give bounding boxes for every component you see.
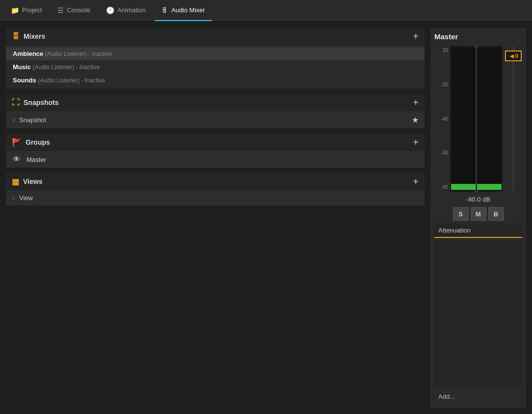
tab-animation[interactable]: 🕐 Animation bbox=[99, 0, 153, 21]
drag-icon: ≡ bbox=[12, 117, 15, 124]
groups-add-button[interactable]: + bbox=[413, 137, 419, 147]
attenuation-label: Attenuation bbox=[438, 227, 471, 234]
fader-arrow-icon: ◄ bbox=[508, 52, 515, 60]
fader-knob[interactable]: ◄ 0 bbox=[505, 51, 522, 61]
snapshots-title-row: ⛶ Snapshots bbox=[12, 98, 59, 107]
mixer-item-ambience-detail: (Audio Listener) - Inactive bbox=[45, 51, 112, 57]
mixer-item-sounds-name: Sounds bbox=[13, 77, 36, 84]
tab-audio-mixer-label: Audio Mixer bbox=[171, 6, 205, 14]
audio-mixer-icon: 🎚 bbox=[161, 6, 168, 14]
groups-title-row: 🚩 Groups bbox=[12, 138, 50, 147]
snapshot-left: ≡ Snapshot bbox=[12, 116, 46, 124]
groups-header: 🚩 Groups + bbox=[6, 133, 425, 151]
group-item-master[interactable]: 👁 Master bbox=[6, 151, 425, 168]
mixer-item-sounds-detail: (Audio Listener) - Inactive bbox=[38, 77, 105, 84]
groups-section: 🚩 Groups + 👁 Master bbox=[6, 133, 425, 168]
scale-label-minus60: -60 bbox=[434, 150, 448, 155]
views-add-button[interactable]: + bbox=[413, 177, 419, 186]
tab-bar: 📁 Project ☰ Console 🕐 Animation 🎚 Audio … bbox=[0, 0, 532, 22]
scale-label-20: 20 bbox=[434, 48, 448, 53]
mixer-item-ambience-name: Ambience bbox=[13, 50, 43, 57]
snapshots-icon: ⛶ bbox=[12, 98, 20, 107]
view-label: View bbox=[19, 194, 33, 202]
tab-project-label: Project bbox=[22, 6, 42, 14]
views-title-row: ▦ Views bbox=[12, 177, 42, 186]
vu-fill-right bbox=[477, 184, 502, 190]
mixers-title: Mixers bbox=[24, 32, 45, 40]
eye-icon[interactable]: 👁 bbox=[13, 155, 21, 164]
snapshots-header: ⛶ Snapshots + bbox=[6, 94, 425, 111]
groups-icon: 🚩 bbox=[12, 138, 22, 147]
mixer-items-list: Ambience (Audio Listener) - Inactive Mus… bbox=[6, 45, 425, 89]
mixers-add-button[interactable]: + bbox=[413, 31, 419, 41]
view-drag-icon: ≡ bbox=[12, 195, 15, 202]
tab-audio-mixer[interactable]: 🎚 Audio Mixer bbox=[155, 0, 212, 21]
project-icon: 📁 bbox=[11, 6, 19, 14]
solo-button[interactable]: S bbox=[453, 207, 469, 221]
mixer-item-music[interactable]: Music (Audio Listener) - Inactive bbox=[6, 60, 425, 74]
add-effect-button[interactable]: Add... bbox=[434, 390, 522, 403]
scale-labels: 20 -20 -40 -60 -80 bbox=[434, 46, 448, 192]
vu-bar-right bbox=[477, 48, 502, 190]
fader-slider-track bbox=[512, 46, 514, 192]
vu-meter bbox=[450, 46, 503, 192]
views-title: Views bbox=[23, 178, 42, 185]
views-header: ▦ Views + bbox=[6, 173, 425, 190]
mixer-item-sounds[interactable]: Sounds (Audio Listener) - Inactive bbox=[6, 74, 425, 87]
snapshots-section: ⛶ Snapshots + ≡ Snapshot ★ bbox=[6, 94, 425, 129]
attenuation-row[interactable]: Attenuation bbox=[434, 224, 522, 238]
view-row[interactable]: ≡ View bbox=[6, 190, 425, 206]
vu-bar-left bbox=[451, 48, 476, 190]
views-icon: ▦ bbox=[12, 177, 19, 186]
scale-label-minus40: -40 bbox=[434, 116, 448, 122]
star-icon[interactable]: ★ bbox=[412, 115, 419, 125]
effects-area bbox=[434, 241, 522, 387]
mute-button[interactable]: M bbox=[471, 207, 486, 221]
mixer-item-music-name: Music bbox=[13, 63, 31, 71]
groups-title: Groups bbox=[26, 138, 50, 146]
master-channel-strip: Master 20 -20 -40 -60 -80 bbox=[430, 27, 526, 408]
scale-label-minus20: -20 bbox=[434, 82, 448, 87]
snapshots-add-button[interactable]: + bbox=[413, 98, 419, 107]
animation-icon: 🕐 bbox=[106, 6, 114, 14]
tab-project[interactable]: 📁 Project bbox=[4, 0, 49, 21]
views-section: ▦ Views + ≡ View bbox=[6, 173, 425, 206]
left-panel: 🎛 Mixers + Ambience (Audio Listener) - I… bbox=[6, 27, 430, 408]
tab-console-label: Console bbox=[67, 6, 90, 14]
tab-animation-label: Animation bbox=[117, 6, 146, 14]
fader-area: ◄ 0 bbox=[505, 46, 522, 192]
bypass-button[interactable]: B bbox=[488, 207, 504, 221]
db-label: -80.0 dB bbox=[434, 196, 522, 203]
smb-buttons: S M B bbox=[434, 207, 522, 221]
mixer-item-music-detail: (Audio Listener) - Inactive bbox=[32, 64, 100, 71]
mixers-icon: 🎛 bbox=[12, 32, 20, 41]
snapshot-label: Snapshot bbox=[19, 116, 46, 124]
snapshot-row[interactable]: ≡ Snapshot ★ bbox=[6, 111, 425, 129]
console-icon: ☰ bbox=[57, 6, 64, 14]
mixer-item-ambience[interactable]: Ambience (Audio Listener) - Inactive bbox=[6, 47, 425, 60]
tab-console[interactable]: ☰ Console bbox=[51, 0, 97, 21]
mixers-section: 🎛 Mixers + Ambience (Audio Listener) - I… bbox=[6, 27, 425, 89]
vu-fill-left bbox=[451, 184, 476, 190]
master-title: Master bbox=[434, 32, 522, 41]
main-content: 🎛 Mixers + Ambience (Audio Listener) - I… bbox=[0, 22, 532, 414]
mixers-header: 🎛 Mixers + bbox=[6, 27, 425, 45]
scale-label-minus80: -80 bbox=[434, 184, 448, 190]
snapshots-title: Snapshots bbox=[24, 99, 59, 106]
mixers-title-row: 🎛 Mixers bbox=[12, 32, 45, 41]
fader-value: 0 bbox=[515, 53, 518, 59]
group-item-master-label: Master bbox=[27, 156, 46, 163]
